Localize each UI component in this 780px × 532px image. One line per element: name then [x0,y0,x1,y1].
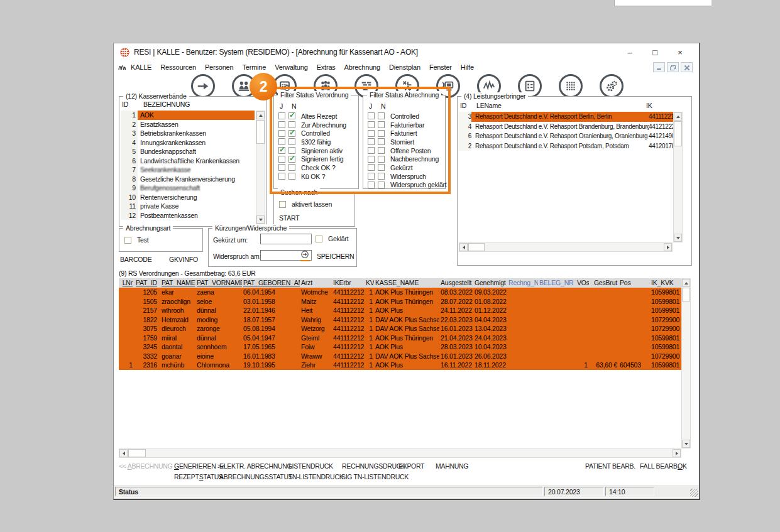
scroll-up-button[interactable] [256,111,265,119]
table-vertical-scrollbar[interactable] [681,278,691,448]
kassenverband-row[interactable]: 7 Seekrankenkasse [121,165,255,175]
checkbox-n[interactable] [378,130,385,137]
table-row[interactable]: 3075dleurochzaronge05.08.1994Wetzorg4411… [119,324,681,334]
mdi-minimize-button[interactable] [653,62,665,72]
checkbox-n[interactable] [378,164,385,171]
table-row[interactable]: 3332goanareioine16.01.1983Wraww441112212… [119,352,681,361]
scroll-left-button[interactable] [459,243,468,251]
checkbox-j[interactable] [278,156,285,163]
logout-icon[interactable] [191,74,215,98]
leistungserbringer-row[interactable]: 6 Rehasport Deutschland e.V. Rehasport O… [459,131,681,141]
command-button[interactable]: ABRECHNUNGSSTATUS [219,473,292,480]
kassenverband-row[interactable]: 11 private Kasse [121,202,255,211]
kassenverband-row[interactable]: 10 Rentenversicherung [121,193,255,202]
checkbox-j[interactable] [368,138,375,145]
checkbox-n[interactable] [288,164,295,171]
checkbox-n[interactable] [378,138,385,145]
scrollbar-thumb[interactable] [674,121,682,146]
menu-item[interactable]: Personen [200,63,238,71]
scroll-left-button[interactable] [119,449,128,457]
scrollbar-thumb[interactable] [256,120,265,144]
kassenverband-row[interactable]: 9 Berufgenossenschaft [121,183,255,193]
table-row[interactable]: 1205ekarzaena06.04.1954Wotmche4411122121… [119,288,681,297]
command-button[interactable]: EXPORT [398,462,424,470]
leistungserbringer-row[interactable]: 2 Rehasport Deutschland e.V. Rehasport P… [459,141,681,151]
gears-icon[interactable] [600,74,623,98]
table-row[interactable]: 12316mchünbChlomnona19.10.1995Ziehr44111… [119,361,681,370]
menu-item[interactable]: Dienstplan [385,63,425,71]
table-row[interactable]: 1822Hetmzaldmodlng18.07.1957Wahrig441112… [119,315,681,325]
checkbox-j[interactable] [368,121,375,128]
checkbox-n[interactable] [378,173,385,180]
date-picker-icon[interactable] [300,251,310,261]
kassenverband-row[interactable]: 12 Postbeamtenkassen [121,211,255,220]
menu-item[interactable]: Fenster [425,63,456,71]
command-button[interactable]: << ABRECHNUNG [119,462,172,470]
leistungserbringer-row[interactable]: 4 Rehasport Deutschland e.V. Rehasport B… [459,122,681,132]
command-button[interactable]: RECHNUNGSDRUCK [342,462,405,470]
kassenverband-row[interactable]: 6 Landwirtschaftliche Krankenkassen [121,156,255,166]
scroll-right-button[interactable] [673,449,681,457]
leistungserbringer-row[interactable]: 3 Rehasport Deutschland e.V. Rehasport B… [459,112,681,122]
scrollbar-thumb[interactable] [468,243,485,251]
menu-item[interactable]: Abrechnung [340,63,385,71]
command-button[interactable]: SIG TN-LISTENDRUCK [341,473,409,480]
checkbox-j[interactable] [368,130,375,137]
checkbox-j[interactable] [278,173,285,180]
checkbox-n[interactable] [288,147,295,154]
command-button[interactable]: ELEKTR. ABRECHNUNG [219,462,292,470]
speichern-button[interactable]: SPEICHERN [317,252,354,260]
checkbox-j[interactable] [368,156,375,163]
checkbox-j[interactable] [278,147,285,154]
start-button[interactable]: START [279,214,299,222]
vertical-scrollbar[interactable] [673,112,683,242]
checkbox-n[interactable] [288,156,295,163]
scroll-up-button[interactable] [674,112,682,121]
scroll-up-button[interactable] [682,279,690,287]
command-button[interactable]: OK [678,462,687,470]
table-horizontal-scrollbar[interactable] [119,448,681,458]
mdi-close-button[interactable] [681,62,693,72]
menu-item[interactable]: Verwaltung [270,63,312,71]
checkbox-n[interactable] [288,173,295,180]
kassenverband-row[interactable]: 4 Innungskrankenkassen [121,138,255,148]
checkbox-n[interactable] [378,182,385,188]
geklaert-checkbox[interactable] [316,236,322,242]
menu-item[interactable]: Ressourcen [156,63,200,71]
aktiviert-lassen-checkbox[interactable] [279,201,286,208]
checkbox-n[interactable] [378,147,385,154]
kassenverband-row[interactable]: 3 Betriebskrankenkassen [121,129,255,138]
table-row[interactable]: 1759miiraldünnal05.04.1947Gteiml44111221… [119,334,681,343]
barcode-button[interactable]: BARCODE [120,256,152,263]
command-button[interactable]: FALL BEARB. [640,462,679,470]
kassenverband-row[interactable]: 8 Gesetzliche Krankenversicherung [121,175,255,184]
kassenverband-row[interactable]: 1 AOK [121,111,255,120]
checkbox-n[interactable] [288,121,295,128]
menu-item[interactable]: Termine [238,63,270,71]
checkbox-n[interactable] [288,130,295,137]
resize-grip[interactable] [690,489,698,497]
scroll-down-button[interactable] [674,234,682,242]
command-button[interactable]: GENERIEREN >> [174,462,225,470]
checkbox-j[interactable] [278,121,285,128]
table-row[interactable]: 3245daontalsennhoem17.05.1965Foiw4411122… [119,342,681,352]
command-button[interactable]: TN-LISTENDRUCK [288,473,343,480]
menu-item[interactable]: Extras [312,63,340,71]
checkbox-n[interactable] [288,112,295,119]
table-header-row[interactable]: LNrPAT_IDPAT_NAMEPAT_VORNAMEPAT_GEBOREN_… [119,278,681,288]
scrollbar-thumb[interactable] [682,288,690,301]
checkbox-j[interactable] [368,147,375,154]
checkbox-j[interactable] [368,173,375,180]
checkbox-n[interactable] [378,156,385,163]
menu-item[interactable]: Hilfe [456,63,478,71]
gekuerzt-um-input[interactable] [260,234,312,244]
checkbox-j[interactable] [278,138,285,145]
checkbox-n[interactable] [288,138,295,145]
mdi-restore-button[interactable] [667,62,679,72]
scrollbar-thumb[interactable] [128,449,146,457]
gkvinfo-button[interactable]: GKVINFO [169,256,198,263]
scroll-down-button[interactable] [682,440,690,448]
command-button[interactable]: LISTENDRUCK [288,462,333,470]
checkbox-j[interactable] [278,164,285,171]
dot-grid-icon[interactable] [559,74,583,98]
